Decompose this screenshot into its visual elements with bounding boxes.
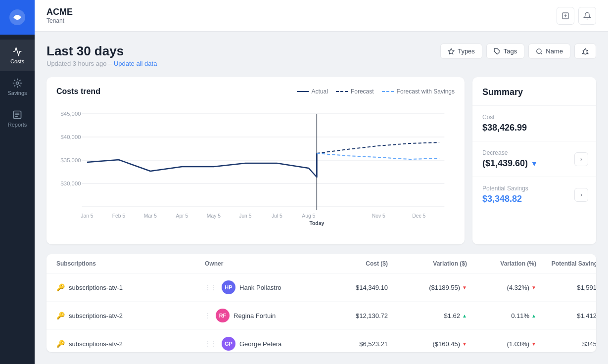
avatar-2: RF — [216, 309, 230, 322]
svg-text:Jul 5: Jul 5 — [272, 213, 282, 219]
legend-actual: Actual — [297, 88, 328, 95]
drag-handle-1: ⋮⋮ — [205, 284, 217, 291]
page-header-left: Last 30 days Updated 3 hours ago – Updat… — [47, 44, 157, 67]
trend-down-icon-3: ▼ — [462, 341, 467, 347]
avatar-1: HP — [222, 280, 235, 294]
sidebar-item-costs-label: Costs — [10, 58, 24, 64]
var-dollar-1: ($1189.55) ▼ — [388, 284, 467, 291]
sidebar-item-reports-label: Reports — [8, 122, 27, 128]
trend-down-pct-icon-3: ▼ — [531, 341, 536, 347]
col-cost: Cost ($) — [314, 260, 388, 267]
var-pct-1: (4.32%) ▼ — [467, 284, 536, 291]
header-brand: ACME Tenant — [47, 7, 73, 24]
table-header: Subscriptions Owner Cost ($) Variation (… — [47, 254, 596, 273]
sidebar-item-reports[interactable]: Reports — [0, 103, 35, 135]
decrease-value: ($1,439.60) ▼ — [482, 158, 586, 169]
svg-marker-9 — [448, 48, 454, 54]
savings-label: Potential Savings — [482, 185, 586, 192]
chart-area: $45,000 $40,000 $35,000 $30,000 — [56, 104, 455, 234]
rocket-filter[interactable] — [574, 44, 596, 59]
content-grid: Costs trend Actual Forecast Forecast — [47, 77, 596, 244]
svg-line-12 — [541, 52, 542, 54]
drag-handle-3: ⋮⋮ — [205, 340, 217, 347]
svg-point-1 — [16, 82, 19, 85]
sub-name-1: 🔑 subscriptions-atv-1 — [56, 283, 205, 291]
svg-text:Mar 5: Mar 5 — [144, 213, 157, 219]
col-subscriptions: Subscriptions — [56, 260, 205, 267]
legend-forecast-line — [336, 91, 348, 92]
sidebar-item-savings-label: Savings — [7, 90, 27, 96]
svg-point-11 — [537, 48, 541, 53]
sidebar: Costs Savings Reports — [0, 0, 35, 364]
tags-filter[interactable]: Tags — [486, 44, 524, 59]
export-button[interactable] — [557, 7, 574, 25]
owner-3: ⋮⋮ GP George Petera — [205, 337, 314, 351]
trend-up-icon-2: ▲ — [462, 313, 467, 318]
sidebar-item-savings[interactable]: Savings — [0, 71, 35, 103]
legend-forecast-savings: Forecast with Savings — [382, 88, 455, 95]
chart-svg: $45,000 $40,000 $35,000 $30,000 — [56, 104, 455, 232]
key-icon-1: 🔑 — [56, 283, 65, 291]
page-heading: Last 30 days — [47, 44, 157, 59]
trend-up-pct-icon-2: ▲ — [531, 313, 536, 318]
col-owner: Owner — [205, 260, 314, 267]
table-row: 🔑 subscriptions-atv-1 ⋮⋮ HP Hank Pollast… — [47, 273, 596, 302]
svg-text:Jan 5: Jan 5 — [81, 213, 94, 219]
summary-title: Summary — [472, 77, 596, 106]
header-actions — [557, 7, 596, 25]
sidebar-item-costs[interactable]: Costs — [0, 40, 35, 71]
col-variation-pct: Variation (%) — [467, 260, 536, 267]
decrease-expand-button[interactable]: › — [574, 152, 588, 166]
main-content: ACME Tenant Last 30 days — [35, 0, 608, 364]
legend-actual-line — [297, 91, 309, 92]
update-link[interactable]: Update all data — [114, 60, 157, 67]
chart-header: Costs trend Actual Forecast Forecast — [56, 87, 455, 96]
cost-3: $6,523.21 — [314, 340, 388, 348]
trend-down-pct-icon-1: ▼ — [531, 285, 536, 290]
cost-1: $14,349.10 — [314, 284, 388, 291]
table-row: 🔑 subscriptions-atv-2 ⋮⋮ GP George Peter… — [47, 330, 596, 352]
col-potential-savings: Potential Savings ↓ — [536, 260, 596, 267]
name-filter[interactable]: Name — [528, 44, 570, 59]
savings-3: $345.37 — [536, 340, 596, 348]
summary-card: Summary Cost $38,426.99 Decrease ($1,439… — [472, 77, 596, 244]
summary-savings-section: Potential Savings $3,348.82 › — [472, 177, 596, 212]
types-filter[interactable]: Types — [440, 44, 482, 59]
owner-2: ⋮ RF Regina Fortuin — [205, 309, 314, 322]
trend-down-icon-1: ▼ — [462, 285, 467, 290]
decrease-arrow-icon: ▼ — [531, 160, 538, 168]
page-subheading: Updated 3 hours ago – Update all data — [47, 60, 157, 67]
summary-decrease-section: Decrease ($1,439.60) ▼ › — [472, 141, 596, 177]
svg-text:$35,000: $35,000 — [61, 157, 81, 163]
var-pct-3: (1.03%) ▼ — [467, 340, 536, 348]
svg-text:May 5: May 5 — [207, 213, 221, 219]
notifications-button[interactable] — [578, 7, 596, 25]
svg-text:Dec 5: Dec 5 — [412, 213, 425, 219]
col-variation-dollar: Variation ($) — [388, 260, 467, 267]
svg-text:$45,000: $45,000 — [61, 111, 81, 117]
legend-forecast-savings-line — [382, 91, 394, 92]
app-logo[interactable] — [0, 0, 35, 35]
cost-label: Cost — [482, 114, 586, 121]
savings-expand-button[interactable]: › — [574, 188, 588, 202]
chart-legend: Actual Forecast Forecast with Savings — [297, 88, 455, 95]
table-row: 🔑 subscriptions-atv-2 ⋮ RF Regina Fortui… — [47, 302, 596, 330]
tenant-label: Tenant — [47, 17, 73, 24]
key-icon-2: 🔑 — [56, 312, 65, 319]
svg-text:$40,000: $40,000 — [61, 134, 81, 140]
company-name: ACME — [47, 7, 73, 17]
drag-handle-2: ⋮ — [205, 312, 211, 319]
avatar-3: GP — [222, 337, 235, 351]
page-area: Last 30 days Updated 3 hours ago – Updat… — [35, 32, 608, 364]
var-pct-2: 0.11% ▲ — [467, 312, 536, 319]
svg-text:Aug 5: Aug 5 — [302, 213, 315, 219]
chart-card: Costs trend Actual Forecast Forecast — [47, 77, 465, 244]
svg-text:Feb 5: Feb 5 — [112, 213, 126, 219]
savings-value: $3,348.82 — [482, 194, 586, 204]
cost-value: $38,426.99 — [482, 123, 586, 133]
svg-text:Nov 5: Nov 5 — [372, 213, 385, 219]
svg-text:Jun 5: Jun 5 — [239, 213, 252, 219]
var-dollar-3: ($160.45) ▼ — [388, 340, 467, 348]
legend-forecast: Forecast — [336, 88, 374, 95]
key-icon-3: 🔑 — [56, 340, 65, 348]
